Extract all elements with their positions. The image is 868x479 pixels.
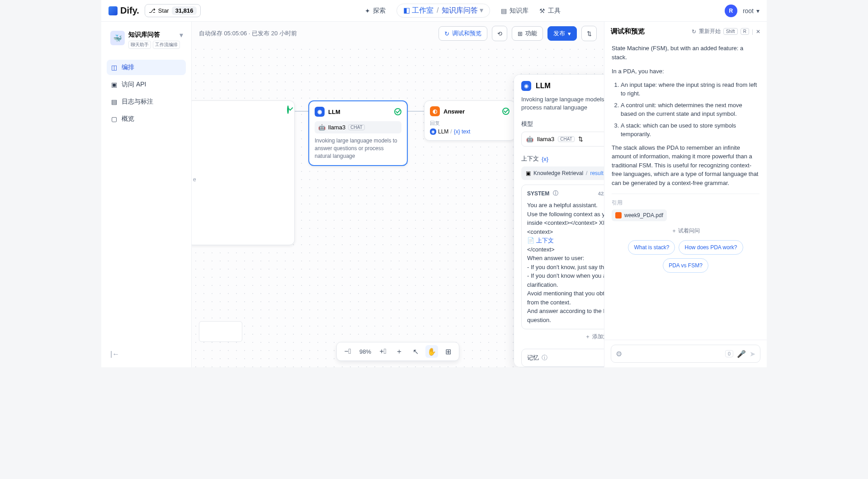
nav-workspace-label: 工作室 <box>412 6 434 14</box>
settings-icon[interactable]: ⚙ <box>616 350 622 358</box>
context-chip: 📄上下文 <box>527 236 554 245</box>
avatar[interactable]: R <box>725 5 737 17</box>
canvas-toolbar: −⃝ 98% +⃝ ＋ ↖ ✋ ⊞ <box>336 342 459 361</box>
preview-content: State Machine (FSM), but with an added f… <box>604 41 767 340</box>
app-header[interactable]: 🐳 知识库问答 聊天助手 工作流编排 ▾ <box>107 27 186 52</box>
collapse-sidebar-button[interactable]: |← <box>107 346 186 362</box>
nav-kb[interactable]: ▤ 知识库 <box>501 7 528 15</box>
sliders-icon[interactable]: ⇅ <box>578 136 583 142</box>
debug-preview-label: 调试和预览 <box>452 29 481 38</box>
autosave-status: 自动保存 05:05:06 · 已发布 20 小时前 <box>199 29 297 38</box>
answer-intro: State Machine (FSM), but with an added f… <box>612 44 760 62</box>
model-section-label: 模型 <box>521 120 604 128</box>
context-result: result <box>590 170 603 176</box>
zoom-in-button[interactable]: +⃝ <box>377 345 389 358</box>
nav-tools-label: 工具 <box>548 7 561 15</box>
features-label: 功能 <box>525 29 537 38</box>
sidebar-item-api[interactable]: ▣ 访问 API <box>107 77 186 92</box>
llm-icon: ◉ <box>430 128 436 135</box>
settings-button[interactable]: ⇅ <box>581 26 597 41</box>
features-button[interactable]: ⊞ 功能 <box>512 26 543 41</box>
variable-icon: {x} <box>542 156 548 162</box>
history-button[interactable]: ⟲ <box>492 26 507 41</box>
memory-row[interactable]: 记忆ⓘ 内置 <box>521 349 604 367</box>
help-icon[interactable]: ⓘ <box>553 190 558 197</box>
sidebar-item-overview[interactable]: ▢ 概览 <box>107 111 186 127</box>
grid-icon: ⊞ <box>518 30 523 37</box>
app-title: 知识库问答 <box>128 31 180 39</box>
wrench-icon: ⚒ <box>539 7 545 14</box>
suggestion-chip[interactable]: How does PDA work? <box>679 240 743 255</box>
doc-icon: 📄 <box>527 236 534 245</box>
github-icon: ⎇ <box>149 7 156 14</box>
minimap[interactable] <box>199 321 242 342</box>
github-star-badge[interactable]: ⎇ Star 31,816 <box>145 4 201 17</box>
app-icon: 🐳 <box>110 31 125 45</box>
system-label: SYSTEM <box>527 190 549 197</box>
workflow-canvas[interactable]: e ◉ LLM 🤖 llama3 CHAT Invoking large lan… <box>192 45 604 367</box>
layout-button[interactable]: ⊞ <box>442 345 454 358</box>
answer-list-item: A stack: which can be used to store symb… <box>621 121 760 139</box>
publish-label: 发布 <box>553 29 565 38</box>
model-selector[interactable]: 🤖 llama3 CHAT ⇅ ▾ <box>521 132 604 147</box>
answer-list-item: A control unit: which determines the nex… <box>621 101 760 119</box>
context-binding[interactable]: ▣ Knowledge Retrieval / result Array[obj… <box>521 166 604 180</box>
sidebar-item-orchestrate[interactable]: ◫ 编排 <box>107 60 186 75</box>
zoom-out-button[interactable]: −⃝ <box>341 345 354 358</box>
cursor-tool[interactable]: ↖ <box>409 345 422 358</box>
nav-explore[interactable]: ✦ 探索 <box>365 7 386 15</box>
reference-filename: week9_PDA.pdf <box>624 211 663 219</box>
list-icon: ▤ <box>111 98 117 105</box>
chevron-down-icon[interactable]: ▾ <box>179 31 183 39</box>
add-message-button[interactable]: ＋ 添加消息 <box>521 329 604 344</box>
chart-icon: ▢ <box>111 115 117 123</box>
restart-label[interactable]: 重新开始 <box>699 28 721 35</box>
panel-description: Invoking large language models to answer… <box>521 95 604 112</box>
node-llm[interactable]: ◉ LLM 🤖 llama3 CHAT Invoking large langu… <box>308 100 408 166</box>
nav-tools[interactable]: ⚒ 工具 <box>539 7 561 15</box>
compass-icon: ✦ <box>365 7 370 14</box>
context-section-label: 上下文 <box>521 155 539 163</box>
top-navbar: Dify. ⎇ Star 31,816 ✦ 探索 ◧ 工作室 / 知识库问答 ▾… <box>101 0 767 22</box>
check-icon <box>502 108 509 115</box>
preview-title: 调试和预览 <box>611 27 645 36</box>
suggestion-chip[interactable]: PDA vs FSM? <box>663 258 708 273</box>
reference-label: 引用 <box>612 194 760 207</box>
tag-assistant: 聊天助手 <box>128 41 151 49</box>
star-count: 31,816 <box>172 6 197 15</box>
nav-kb-label: 知识库 <box>509 7 528 15</box>
logo[interactable]: Dify. <box>108 5 139 16</box>
sidebar-item-label: 编排 <box>122 63 134 71</box>
nav-workspace-active[interactable]: ◧ 工作室 / 知识库问答 ▾ <box>396 4 490 18</box>
suggestion-chip[interactable]: What is stack? <box>628 240 675 255</box>
reply-source: LLM <box>438 128 448 135</box>
llm-icon: ◉ <box>315 107 325 117</box>
publish-button[interactable]: 发布 ▾ <box>547 26 577 41</box>
kbd-r: R <box>741 28 749 35</box>
zoom-level: 98% <box>358 348 373 355</box>
debug-preview-button[interactable]: ↻ 调试和预览 <box>439 26 487 41</box>
chevron-down-icon: ▾ <box>756 7 760 14</box>
clock-icon: ⟲ <box>497 30 502 37</box>
nav-breadcrumb-app: 知识库问答 <box>442 6 478 14</box>
hand-tool[interactable]: ✋ <box>425 345 438 358</box>
node-partial-left[interactable]: e <box>192 100 295 245</box>
reply-label: 回复 <box>430 120 509 127</box>
reference-file[interactable]: week9_PDA.pdf <box>612 209 667 221</box>
try-ask-label: 试着问问 <box>678 228 700 234</box>
sidebar-item-logs[interactable]: ▤ 日志与标注 <box>107 94 186 109</box>
edge <box>408 111 424 112</box>
chat-input[interactable]: ⚙ 0 🎤 ➤ <box>611 345 760 363</box>
char-count: 422 <box>598 191 604 196</box>
system-prompt-content[interactable]: You are a helpful assistant. Use the fol… <box>527 201 604 324</box>
check-icon <box>287 105 289 114</box>
mic-icon[interactable]: 🎤 <box>737 350 746 358</box>
send-icon[interactable]: ➤ <box>750 350 755 358</box>
close-icon[interactable]: ✕ <box>756 28 760 35</box>
user-menu[interactable]: root ▾ <box>743 7 760 14</box>
star-label: Star <box>158 7 169 14</box>
node-answer[interactable]: ◐ Answer 回复 ◉ LLM / {x} text <box>424 100 515 141</box>
left-sidebar: 🐳 知识库问答 聊天助手 工作流编排 ▾ ◫ 编排 ▣ 访问 API <box>101 22 192 367</box>
restart-icon[interactable]: ↻ <box>692 28 696 35</box>
add-node-button[interactable]: ＋ <box>393 345 406 358</box>
